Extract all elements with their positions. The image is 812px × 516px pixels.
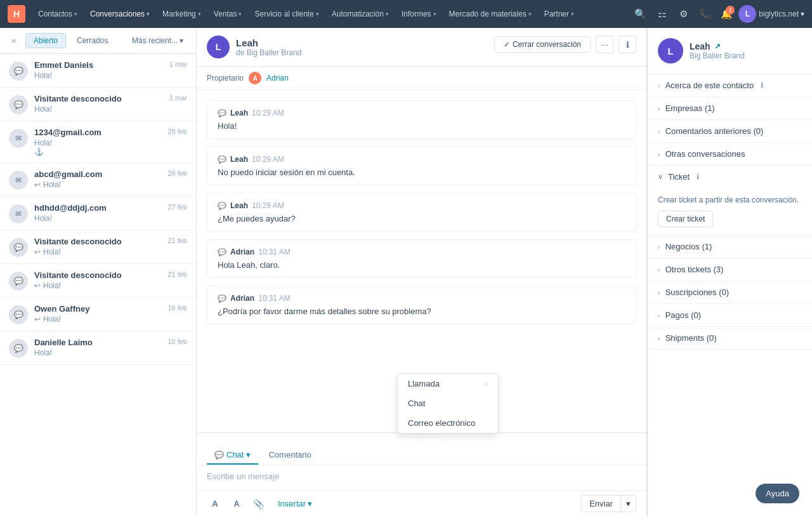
nav-ventas[interactable]: Ventas▾ bbox=[209, 7, 247, 21]
filter-tab-cerrados[interactable]: Cerrados bbox=[69, 33, 116, 48]
message-time: 10:29 AM bbox=[252, 201, 284, 210]
owner-name[interactable]: Adrian bbox=[266, 74, 289, 83]
nav-marketing[interactable]: Marketing▾ bbox=[157, 7, 206, 21]
contact-name: Visitante desconocido bbox=[34, 270, 187, 280]
message-date: 21 feb bbox=[167, 237, 187, 244]
action-dropdown: Llamada › Chat Correo electrónico bbox=[397, 373, 499, 433]
list-item[interactable]: 💬 Emmet Daniels Hola! 1 mar bbox=[0, 54, 196, 88]
ticket-description: Crear ticket a partir de esta conversaci… bbox=[658, 195, 802, 204]
topnav-icons: 🔍 ⚏ ⚙ 📞 🔔 1 L biglytics.net ▾ bbox=[631, 4, 804, 23]
send-label[interactable]: Enviar bbox=[582, 496, 621, 512]
section-header-shipments[interactable]: › Shipments (0) bbox=[648, 327, 812, 349]
list-item[interactable]: 💬 Visitante desconocido ↩ Hola! 21 feb bbox=[0, 230, 196, 264]
chevron-right-icon: › bbox=[658, 266, 660, 274]
apps-button[interactable]: ⚏ bbox=[652, 4, 671, 23]
more-options-button[interactable]: ··· bbox=[596, 36, 613, 53]
attach-button[interactable]: A bbox=[228, 496, 245, 512]
item-content: hdhdd@ddjdj.com Hola! bbox=[34, 203, 187, 223]
item-content: 1234@gmail.com Hola! ⚓ bbox=[34, 128, 187, 156]
message-time: 10:31 AM bbox=[258, 248, 291, 256]
chevron-right-icon: › bbox=[658, 312, 660, 319]
chat-icon: 💬 bbox=[9, 305, 28, 324]
message-input-placeholder: Escribe un mensaje bbox=[197, 465, 646, 491]
send-button[interactable]: Enviar ▾ bbox=[581, 495, 636, 512]
insert-button[interactable]: Insertar ▾ bbox=[272, 496, 318, 511]
dropdown-item-correo[interactable]: Correo electrónico bbox=[398, 413, 498, 433]
message-body: Hola! bbox=[218, 121, 625, 131]
nav-partner[interactable]: Partner▾ bbox=[539, 7, 579, 21]
user-avatar[interactable]: L bbox=[738, 5, 756, 23]
nav-conversaciones[interactable]: Conversaciones▾ bbox=[85, 7, 155, 21]
list-item[interactable]: ✉ hdhdd@ddjdj.com Hola! 27 feb bbox=[0, 197, 196, 230]
filter-recent[interactable]: Más recient... ▾ bbox=[127, 34, 188, 48]
conversation-actions: ✓ Cerrar conversación ··· ℹ bbox=[494, 36, 636, 53]
chat-bubble-icon: 💬 bbox=[218, 109, 226, 117]
list-item[interactable]: ✉ 1234@gmail.com Hola! ⚓ 28 feb bbox=[0, 121, 196, 163]
paperclip-icon[interactable]: 📎 bbox=[250, 496, 266, 512]
message-row: 💬 Leah 10:29 AM No puedo iniciar sesión … bbox=[207, 147, 636, 185]
item-content: abcd@gmail.com ↩ Hola! bbox=[34, 169, 187, 189]
hubspot-logo[interactable]: H bbox=[8, 5, 25, 23]
resize-handle[interactable]: ⋯⋯⋯⋯⋯ bbox=[197, 433, 646, 442]
bold-button[interactable]: A bbox=[207, 496, 223, 512]
message-date: 28 feb bbox=[167, 169, 187, 177]
message-date: 10 feb bbox=[167, 338, 187, 345]
list-item[interactable]: 💬 Visitante desconocido Hola! 1 mar bbox=[0, 88, 196, 121]
conversations-sidebar: « Abierto Cerrados Más recient... ▾ 💬 Em… bbox=[0, 28, 197, 516]
info-button[interactable]: ℹ bbox=[619, 36, 636, 53]
right-contact-avatar: L bbox=[658, 38, 683, 63]
list-item[interactable]: 💬 Owen Gaffney ↩ Hola! 16 feb bbox=[0, 298, 196, 331]
nav-automatizacion[interactable]: Automatización▾ bbox=[327, 7, 394, 21]
email-icon: ✉ bbox=[9, 204, 28, 223]
phone-button[interactable]: 📞 bbox=[695, 4, 714, 23]
nav-servicio[interactable]: Servicio al cliente▾ bbox=[249, 7, 324, 21]
section-header-ticket[interactable]: ∨ Ticket ℹ bbox=[648, 166, 812, 188]
contact-company: de Big Baller Brand bbox=[236, 48, 301, 57]
chat-bubble-icon: 💬 bbox=[218, 248, 226, 256]
search-button[interactable]: 🔍 bbox=[631, 4, 650, 23]
tab-chat[interactable]: 💬 Chat ▾ bbox=[207, 446, 258, 465]
message-date: 28 feb bbox=[167, 128, 187, 135]
external-link-icon[interactable]: ↗ bbox=[714, 42, 721, 51]
item-content: Visitante desconocido ↩ Hola! bbox=[34, 237, 187, 256]
section-header-pagos[interactable]: › Pagos (0) bbox=[648, 304, 812, 326]
nav-informes[interactable]: Informes▾ bbox=[396, 7, 442, 21]
nav-contactos[interactable]: Contactos▾ bbox=[33, 7, 82, 21]
anchor-icon: ⚓ bbox=[34, 147, 187, 156]
username-display[interactable]: biglytics.net ▾ bbox=[759, 10, 804, 18]
message-preview: ↩ Hola! bbox=[34, 281, 187, 290]
create-ticket-button[interactable]: Crear ticket bbox=[658, 211, 713, 227]
send-dropdown-icon[interactable]: ▾ bbox=[621, 496, 636, 512]
message-meta: 💬 Adrian 10:31 AM bbox=[218, 294, 625, 303]
notifications-button[interactable]: 🔔 1 bbox=[717, 4, 736, 23]
dropdown-item-llamada[interactable]: Llamada › bbox=[398, 374, 498, 394]
section-header-negocios[interactable]: › Negocios (1) bbox=[648, 235, 812, 258]
help-button[interactable]: Ayuda bbox=[756, 484, 799, 503]
top-navigation: H Contactos▾ Conversaciones▾ Marketing▾ … bbox=[0, 0, 812, 28]
right-contact-header: L Leah ↗ Big Baller Brand bbox=[648, 28, 812, 74]
contact-details: Leah de Big Baller Brand bbox=[236, 37, 301, 57]
message-body: ¿Me puedes ayudar? bbox=[218, 214, 625, 223]
section-header-comentarios[interactable]: › Comentarios anteriores (0) bbox=[648, 120, 812, 142]
section-header-acerca[interactable]: › Acerca de este contacto ℹ bbox=[648, 74, 812, 96]
email-icon: ✉ bbox=[9, 171, 28, 190]
conversation-header: L Leah de Big Baller Brand ✓ Cerrar conv… bbox=[197, 28, 646, 67]
list-item[interactable]: 💬 Danielle Laimo Hola! 10 feb bbox=[0, 331, 196, 365]
conversation-list: 💬 Emmet Daniels Hola! 1 mar 💬 Visitante … bbox=[0, 54, 196, 516]
contact-name: Visitante desconocido bbox=[34, 94, 187, 103]
filter-tab-abierto[interactable]: Abierto bbox=[25, 33, 66, 48]
section-header-suscripciones[interactable]: › Suscripciones (0) bbox=[648, 281, 812, 303]
section-header-otros-tickets[interactable]: › Otros tickets (3) bbox=[648, 258, 812, 281]
section-header-otras-conv[interactable]: › Otras conversaciones bbox=[648, 143, 812, 165]
section-ticket: ∨ Ticket ℹ Crear ticket a partir de esta… bbox=[648, 166, 812, 235]
tab-comentario[interactable]: Comentario bbox=[261, 446, 318, 465]
list-item[interactable]: ✉ abcd@gmail.com ↩ Hola! 28 feb bbox=[0, 163, 196, 197]
section-header-empresas[interactable]: › Empresas (1) bbox=[648, 97, 812, 119]
nav-mercado[interactable]: Mercado de materiales▾ bbox=[444, 7, 537, 21]
chevron-right-icon: › bbox=[485, 380, 488, 388]
list-item[interactable]: 💬 Visitante desconocido ↩ Hola! 21 feb bbox=[0, 264, 196, 298]
collapse-button[interactable]: « bbox=[8, 34, 20, 47]
settings-button[interactable]: ⚙ bbox=[674, 4, 693, 23]
close-conversation-button[interactable]: ✓ Cerrar conversación bbox=[494, 36, 591, 53]
dropdown-item-chat[interactable]: Chat bbox=[398, 394, 498, 413]
